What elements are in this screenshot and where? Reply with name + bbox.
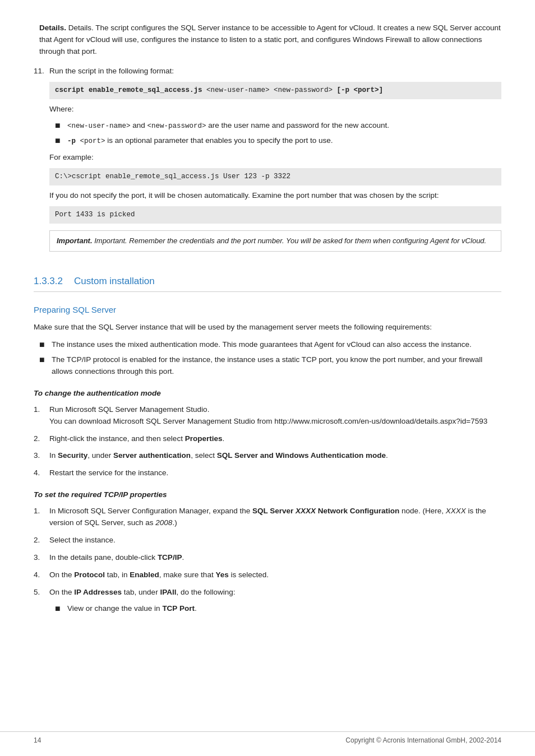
auth-step-3-text: In Security, under Server authentication… <box>49 450 501 462</box>
tcp-step-3-text: In the details pane, double-click TCP/IP… <box>49 552 501 564</box>
example-code: C:\>cscript enable_remote_sql_access.js … <box>49 168 501 185</box>
item-11: 11. Run the script in the following form… <box>34 66 501 259</box>
important-text: Important. Important. Remember the crede… <box>57 236 486 245</box>
auto-port-text: If you do not specify the port, it will … <box>49 190 501 202</box>
auth-step-3: 3. In Security, under Server authenticat… <box>34 450 501 462</box>
preparing-intro: Make sure that the SQL Server instance t… <box>34 322 501 333</box>
tcp-heading: To set the required TCP/IP properties <box>34 489 501 501</box>
section-132-title: Custom installation <box>74 276 155 286</box>
tcp-step-5-text: On the IP Addresses tab, under IPAll, do… <box>49 587 501 599</box>
auth-step-4-num: 4. <box>34 467 49 479</box>
prep-bullet-icon-2: ■ <box>39 354 49 378</box>
tcp-step-1: 1. In Microsoft SQL Server Configuration… <box>34 505 501 529</box>
prep-bullet-icon-1: ■ <box>39 339 49 351</box>
tcp-step-5: 5. On the IP Addresses tab, under IPAll,… <box>34 587 501 619</box>
prep-bullet-2: ■ The TCP/IP protocol is enabled for the… <box>39 354 501 378</box>
for-example-label: For example: <box>49 152 501 164</box>
prep-bullet-2-text: The TCP/IP protocol is enabled for the i… <box>52 354 501 378</box>
auth-step-1-sub: You can download Microsoft SQL Server Ma… <box>49 416 501 428</box>
details-text: Details. Details. The script configures … <box>39 22 501 58</box>
tcp-step-2-num: 2. <box>34 535 49 546</box>
tcp-step-1-text: In Microsoft SQL Server Configuration Ma… <box>49 505 501 529</box>
tcp-step-4-num: 4. <box>34 569 49 581</box>
bullet-2: ■ -p <port> is an optional parameter tha… <box>55 135 501 147</box>
details-block: Details. Details. The script configures … <box>34 22 501 58</box>
bullet-1-text: <new-user-name> and <new-password> are t… <box>67 120 389 132</box>
tcp-step-4-content: On the Protocol tab, in Enabled, make su… <box>49 569 501 581</box>
item-11-label: Run the script in the following format: <box>49 66 501 77</box>
tcp-step-5-content: On the IP Addresses tab, under IPAll, do… <box>49 587 501 619</box>
auth-step-4-content: Restart the service for the instance. <box>49 467 501 479</box>
tcp-step-1-num: 1. <box>34 505 49 529</box>
tcp-subbullet-1: ■ View or change the value in TCP Port. <box>55 603 501 615</box>
item-11-code: cscript enable_remote_sql_access.js <new… <box>49 82 501 99</box>
tcp-step-5-subbullets: ■ View or change the value in TCP Port. <box>55 603 501 615</box>
auth-step-2: 2. Right-click the instance, and then se… <box>34 433 501 445</box>
auth-step-2-num: 2. <box>34 433 49 445</box>
auth-step-1-num: 1. <box>34 404 49 428</box>
auth-step-1-content: Run Microsoft SQL Server Management Stud… <box>49 404 501 428</box>
tcp-step-2-text: Select the instance. <box>49 535 501 546</box>
prep-bullet-1-text: The instance uses the mixed authenticati… <box>52 339 472 351</box>
auth-step-3-content: In Security, under Server authentication… <box>49 450 501 462</box>
bullet-icon-1: ■ <box>55 120 65 132</box>
auth-step-2-text: Right-click the instance, and then selec… <box>49 433 501 445</box>
auth-step-4: 4. Restart the service for the instance. <box>34 467 501 479</box>
item-11-content: Run the script in the following format: … <box>49 66 501 259</box>
auth-step-3-num: 3. <box>34 450 49 462</box>
bullet-icon-2: ■ <box>55 135 65 147</box>
auth-step-2-content: Right-click the instance, and then selec… <box>49 433 501 445</box>
item-11-bullets: ■ <new-user-name> and <new-password> are… <box>55 120 501 147</box>
where-label: Where: <box>49 104 501 115</box>
tcp-step-3-content: In the details pane, double-click TCP/IP… <box>49 552 501 564</box>
section-132-heading: 1.3.3.2Custom installation <box>34 274 501 291</box>
tcp-step-4-text: On the Protocol tab, in Enabled, make su… <box>49 569 501 581</box>
auth-mode-heading: To change the authentication mode <box>34 388 501 400</box>
important-block: Important. Important. Remember the crede… <box>49 230 501 252</box>
preparing-sql-heading: Preparing SQL Server <box>34 303 501 316</box>
auth-step-1-text: Run Microsoft SQL Server Management Stud… <box>49 404 501 416</box>
prep-bullet-1: ■ The instance uses the mixed authentica… <box>39 339 501 351</box>
item-11-num: 11. <box>34 66 49 259</box>
tcp-subbullet-icon-1: ■ <box>55 603 65 615</box>
auth-step-4-text: Restart the service for the instance. <box>49 467 501 479</box>
tcp-step-2-content: Select the instance. <box>49 535 501 546</box>
tcp-step-3: 3. In the details pane, double-click TCP… <box>34 552 501 564</box>
tcp-subbullet-1-text: View or change the value in TCP Port. <box>67 603 197 615</box>
port-code: Port 1433 is picked <box>49 206 501 224</box>
tcp-step-1-content: In Microsoft SQL Server Configuration Ma… <box>49 505 501 529</box>
tcp-step-3-num: 3. <box>34 552 49 564</box>
bullet-2-text: -p <port> is an optional parameter that … <box>67 135 333 147</box>
tcp-step-5-num: 5. <box>34 587 49 619</box>
auth-step-1: 1. Run Microsoft SQL Server Management S… <box>34 404 501 428</box>
section-132-num: 1.3.3.2 <box>34 276 63 286</box>
preparing-bullets: ■ The instance uses the mixed authentica… <box>39 339 501 378</box>
tcp-step-2: 2. Select the instance. <box>34 535 501 546</box>
tcp-step-4: 4. On the Protocol tab, in Enabled, make… <box>34 569 501 581</box>
bullet-1: ■ <new-user-name> and <new-password> are… <box>55 120 501 132</box>
